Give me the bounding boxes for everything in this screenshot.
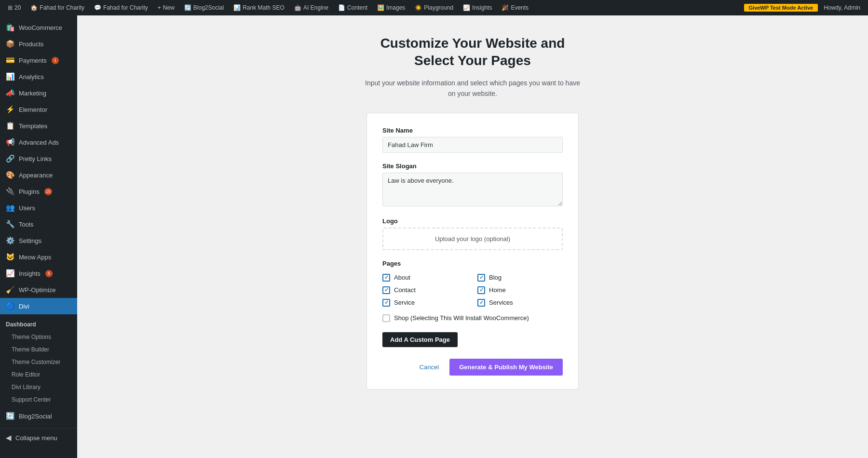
content-item[interactable]: 📄 Content [334, 0, 371, 15]
sidebar-item-insights[interactable]: 📈 Insights 5 [0, 265, 77, 282]
aiengine-item[interactable]: 🤖 AI Engine [290, 0, 332, 15]
sidebar-item-divi[interactable]: 🔵 Divi [0, 298, 77, 314]
contact-checkbox[interactable] [382, 286, 390, 294]
blog-checkbox[interactable] [477, 274, 485, 282]
site-slogan-textarea[interactable]: Law is above everyone. [382, 173, 563, 206]
sidebar-item-appearance[interactable]: 🎨 Appearance [0, 167, 77, 183]
givewp-badge: GiveWP Test Mode Active [744, 4, 818, 12]
sidebar-item-payments[interactable]: 💳 Payments 1 [0, 52, 77, 68]
site-name-group: Site Name [382, 127, 563, 153]
page-title: Customize Your Website and Select Your P… [380, 35, 565, 70]
sidebar-collapse[interactable]: ◀ Collapse menu [0, 428, 77, 446]
home-checkbox[interactable] [477, 286, 485, 294]
payments-badge: 1 [52, 57, 59, 64]
sidebar-item-products[interactable]: 📦 Products [0, 36, 77, 52]
sidebar-sub-header-dashboard: Dashboard [0, 318, 77, 331]
comments-icon: 💬 [94, 4, 101, 11]
sidebar-sub-role-editor[interactable]: Role Editor [0, 368, 77, 381]
sidebar-item-tools[interactable]: 🔧 Tools [0, 216, 77, 232]
sidebar-item-analytics[interactable]: 📊 Analytics [0, 68, 77, 85]
sidebar-item-templates[interactable]: 📋 Templates [0, 118, 77, 134]
admin-bar: ⊞ 20 🏠 Fahad for Charity 💬 Fahad for Cha… [0, 0, 868, 15]
divi-library-label: Divi Library [12, 384, 41, 391]
sidebar-label-products: Products [19, 40, 43, 48]
insights-sidebar-icon: 📈 [6, 269, 15, 278]
services-checkbox[interactable] [477, 299, 485, 307]
howdy-item[interactable]: Howdy, Admin [820, 0, 864, 15]
theme-customizer-label: Theme Customizer [12, 359, 60, 365]
site-name-label: Site Name [382, 127, 563, 134]
sidebar-item-meow-apps[interactable]: 🐱 Meow Apps [0, 249, 77, 265]
wp-logo-item[interactable]: ⊞ 20 [4, 0, 25, 15]
page-item-service: Service [382, 299, 468, 307]
page-subtitle: Input your website information and selec… [364, 78, 581, 99]
cancel-button[interactable]: Cancel [415, 361, 444, 374]
payments-icon: 💳 [6, 56, 15, 65]
main-layout: 🛍️ WooCommerce 📦 Products 💳 Payments 1 📊… [0, 15, 868, 458]
logo-upload-text: Upload your logo (optional) [435, 235, 510, 242]
users-icon: 👥 [6, 203, 15, 212]
service-checkbox[interactable] [382, 299, 390, 307]
sidebar-label-tools: Tools [19, 221, 33, 228]
sidebar-sub-theme-options[interactable]: Theme Options [0, 331, 77, 343]
insights-bar-icon: 📈 [463, 4, 470, 11]
playground-item[interactable]: ☀️ Playground [411, 0, 457, 15]
theme-builder-label: Theme Builder [12, 346, 49, 353]
form-actions: Cancel Generate & Publish My Website [382, 359, 563, 376]
page-item-about: About [382, 274, 468, 282]
sidebar-label-users: Users [19, 204, 35, 212]
new-item[interactable]: + New [154, 0, 178, 15]
events-item[interactable]: 🎉 Events [498, 0, 532, 15]
blog2social-item[interactable]: 🔄 Blog2Social [180, 0, 228, 15]
sidebar-item-plugins[interactable]: 🔌 Plugins 15 [0, 183, 77, 200]
analytics-icon: 📊 [6, 72, 15, 81]
generate-button[interactable]: Generate & Publish My Website [449, 359, 563, 376]
sidebar-label-elementor: Elementor [19, 106, 47, 113]
sidebar-sub-divi-library[interactable]: Divi Library [0, 381, 77, 393]
sidebar-item-woocommerce[interactable]: 🛍️ WooCommerce [0, 19, 77, 36]
sidebar-sub-theme-builder[interactable]: Theme Builder [0, 343, 77, 356]
site-name-label: Fahad for Charity [40, 4, 84, 11]
blog-label: Blog [489, 274, 502, 281]
form-card: Site Name Site Slogan Law is above every… [366, 113, 579, 390]
plugins-icon: 🔌 [6, 187, 15, 196]
images-item[interactable]: 🖼️ Images [373, 0, 409, 15]
sidebar-item-users[interactable]: 👥 Users [0, 200, 77, 216]
sidebar-item-elementor[interactable]: ⚡ Elementor [0, 101, 77, 118]
sidebar-sub-support-center[interactable]: Support Center [0, 393, 77, 406]
sidebar-item-settings[interactable]: ⚙️ Settings [0, 232, 77, 249]
playground-label: Playground [424, 4, 453, 11]
theme-options-label: Theme Options [12, 334, 51, 340]
sidebar-item-pretty-links[interactable]: 🔗 Pretty Links [0, 150, 77, 167]
sidebar-label-divi: Divi [19, 303, 29, 310]
blog2social-label: Blog2Social [193, 4, 224, 11]
site-name-input[interactable] [382, 137, 563, 153]
service-label: Service [394, 299, 415, 306]
sidebar-item-wp-optimize[interactable]: 🧹 WP-Optimize [0, 282, 77, 298]
divi-icon: 🔵 [6, 302, 15, 310]
sidebar-label-plugins: Plugins [19, 188, 40, 195]
logo-upload-area[interactable]: Upload your logo (optional) [382, 228, 563, 250]
insights-bar-item[interactable]: 📈 Insights [459, 0, 496, 15]
rankmath-item[interactable]: 📊 Rank Math SEO [230, 0, 288, 15]
add-custom-page-button[interactable]: Add A Custom Page [382, 332, 458, 347]
shop-checkbox[interactable] [382, 314, 390, 322]
sidebar-item-blog2social[interactable]: 🔄 Blog2Social [0, 408, 77, 424]
sidebar-label-pretty-links: Pretty Links [19, 155, 52, 162]
images-icon: 🖼️ [377, 4, 384, 11]
sidebar-label-advanced-ads: Advanced Ads [19, 139, 59, 146]
sidebar-sub-theme-customizer[interactable]: Theme Customizer [0, 356, 77, 368]
page-item-services: Services [477, 299, 563, 307]
page-item-home: Home [477, 286, 563, 294]
site-name-item[interactable]: 🏠 Fahad for Charity [27, 0, 88, 15]
shop-row: Shop (Selecting This Will Install WooCom… [382, 313, 563, 323]
divi-submenu: Dashboard Theme Options Theme Builder Th… [0, 314, 77, 408]
wp-count: 20 [14, 4, 21, 11]
comments-item[interactable]: 💬 Fahad for Charity [90, 0, 152, 15]
sidebar-item-marketing[interactable]: 📣 Marketing [0, 85, 77, 101]
logo-label: Logo [382, 217, 563, 225]
collapse-label: Collapse menu [15, 434, 57, 442]
about-checkbox[interactable] [382, 274, 390, 282]
sidebar-item-advanced-ads[interactable]: 📢 Advanced Ads [0, 134, 77, 150]
role-editor-label: Role Editor [12, 371, 40, 378]
